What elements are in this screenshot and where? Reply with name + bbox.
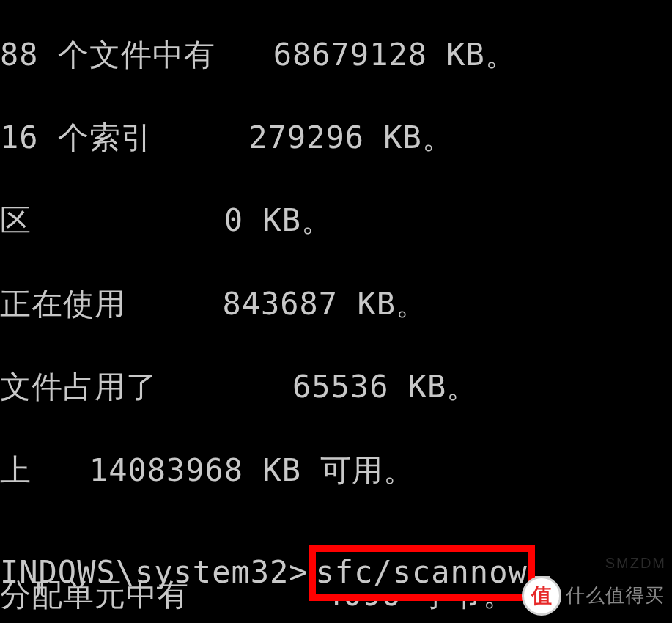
output-line: 16 个索引 279296 KB。 (0, 117, 672, 159)
command-highlight: sfc/scannow (309, 545, 535, 601)
command-text: sfc/scannow (316, 552, 528, 594)
badge-icon: 值 (522, 576, 561, 616)
prompt-path: INDOWS\system32> (0, 554, 309, 590)
output-line: 文件占用了 65536 KB。 (0, 366, 672, 408)
output-line: 正在使用 843687 KB。 (0, 284, 672, 325)
badge-char: 值 (531, 582, 553, 610)
terminal-output: 88 个文件中有 68679128 KB。 16 个索引 279296 KB。 … (0, 0, 672, 623)
command-prompt-line[interactable]: INDOWS\system32>sfc/scannow (0, 545, 550, 601)
corner-watermark: SMZDM (605, 553, 666, 573)
output-line: 上 14083968 KB 可用。 (0, 450, 672, 492)
badge-label: 什么值得买 (566, 583, 665, 608)
output-line: 88 个文件中有 68679128 KB。 (0, 34, 672, 76)
site-watermark: 值 什么值得买 (522, 576, 665, 616)
output-line: 区 0 KB。 (0, 200, 672, 242)
